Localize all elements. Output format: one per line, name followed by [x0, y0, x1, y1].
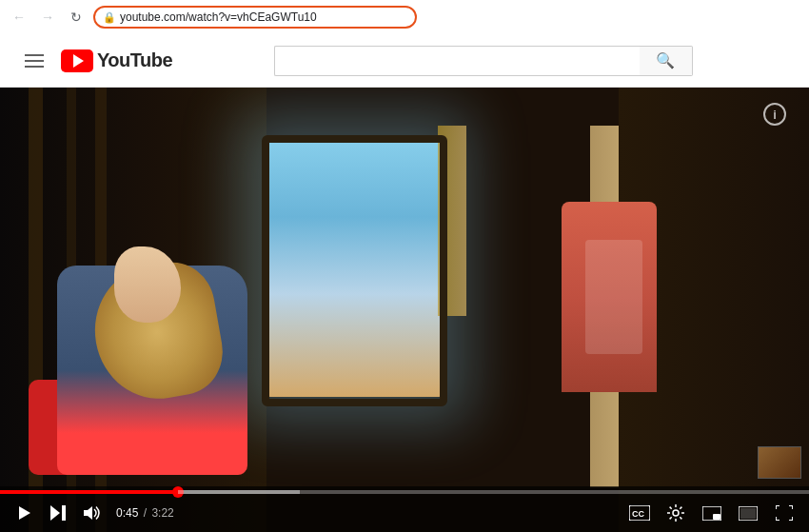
youtube-logo[interactable]: YouTube — [61, 49, 172, 72]
svg-rect-10 — [713, 514, 720, 520]
fullscreen-button[interactable] — [767, 496, 801, 530]
progress-buffered — [178, 490, 300, 494]
youtube-logo-icon — [61, 49, 93, 72]
search-input[interactable] — [274, 46, 640, 76]
svg-point-8 — [673, 510, 679, 516]
search-button[interactable]: 🔍 — [640, 46, 693, 76]
search-bar: 🔍 — [274, 46, 693, 76]
hamburger-menu-button[interactable] — [15, 42, 53, 80]
browser-toolbar: ← → ↻ 🔒 youtube.com/watch?v=vhCEaGWTu10 — [0, 0, 809, 34]
search-wrap: 🔍 — [172, 46, 794, 76]
svg-rect-12 — [740, 508, 756, 519]
svg-marker-3 — [50, 505, 60, 521]
refresh-button[interactable]: ↻ — [65, 6, 88, 29]
svg-rect-0 — [25, 54, 44, 56]
theater-icon — [739, 506, 758, 521]
info-button[interactable]: i — [763, 103, 786, 126]
cc-button[interactable]: CC — [622, 496, 657, 530]
play-button[interactable] — [8, 496, 42, 530]
search-icon: 🔍 — [656, 51, 675, 69]
skip-icon — [50, 505, 68, 521]
right-controls: CC — [622, 496, 801, 530]
hamburger-icon — [25, 54, 44, 68]
settings-icon — [667, 504, 684, 522]
controls-row: 0:45 / 3:22 CC — [0, 494, 809, 532]
address-bar-wrap: 🔒 youtube.com/watch?v=vhCEaGWTu10 — [93, 6, 801, 29]
video-scene — [0, 88, 809, 532]
volume-button[interactable] — [76, 496, 110, 530]
browser-chrome: ← → ↻ 🔒 youtube.com/watch?v=vhCEaGWTu10 — [0, 0, 809, 34]
play-icon — [19, 506, 30, 520]
video-controls: 0:45 / 3:22 CC — [0, 486, 809, 532]
settings-button[interactable] — [659, 496, 693, 530]
theater-button[interactable] — [731, 496, 765, 530]
miniplayer-icon — [702, 506, 721, 521]
address-bar[interactable]: 🔒 youtube.com/watch?v=vhCEaGWTu10 — [93, 6, 417, 29]
fullscreen-icon — [776, 505, 793, 521]
youtube-header: YouTube 🔍 — [0, 34, 809, 88]
svg-rect-4 — [62, 505, 66, 521]
url-text: youtube.com/watch?v=vhCEaGWTu10 — [120, 10, 317, 24]
info-icon: i — [773, 108, 777, 122]
cc-icon: CC — [629, 505, 650, 521]
forward-button[interactable]: → — [36, 6, 59, 29]
svg-rect-2 — [25, 66, 44, 68]
lock-icon: 🔒 — [103, 11, 116, 24]
progress-played — [0, 490, 178, 494]
skip-button[interactable] — [42, 496, 76, 530]
video-player[interactable]: i — [0, 88, 809, 532]
corner-thumbnail[interactable] — [758, 446, 801, 479]
progress-bar[interactable] — [0, 490, 809, 494]
volume-icon — [84, 505, 103, 521]
time-current: 0:45 — [116, 506, 138, 520]
svg-text:CC: CC — [632, 509, 644, 519]
svg-marker-5 — [84, 506, 92, 520]
youtube-logo-text: YouTube — [97, 49, 172, 71]
svg-rect-1 — [25, 60, 44, 62]
time-separator: / — [144, 506, 150, 520]
miniplayer-button[interactable] — [695, 496, 729, 530]
time-total: 3:22 — [151, 506, 173, 520]
back-button[interactable]: ← — [8, 6, 30, 29]
time-display: 0:45 / 3:22 — [116, 506, 174, 520]
youtube-play-triangle — [73, 54, 84, 68]
seat-detail — [585, 240, 642, 354]
video-frame — [0, 88, 809, 532]
window-frame — [262, 135, 447, 406]
